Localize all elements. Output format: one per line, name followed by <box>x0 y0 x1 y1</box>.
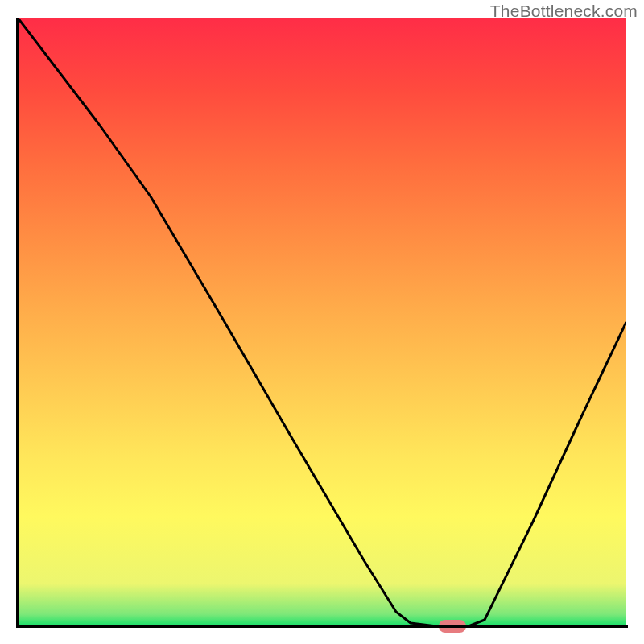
bottleneck-curve <box>18 18 626 626</box>
bottleneck-chart: TheBottleneck.com <box>0 0 644 644</box>
y-axis-line <box>16 18 19 628</box>
x-axis-line <box>16 625 628 628</box>
plot-area <box>18 18 626 626</box>
curve-layer <box>18 18 626 626</box>
